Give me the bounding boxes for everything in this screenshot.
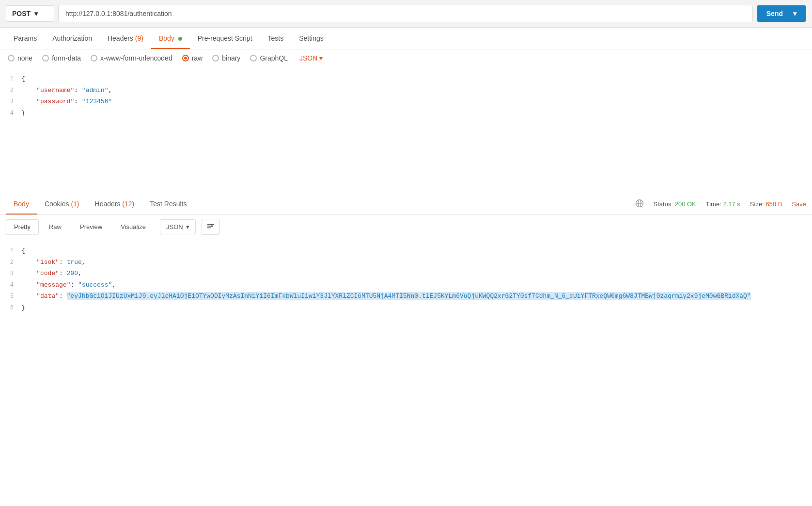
send-label: Send bbox=[766, 10, 783, 17]
tab-body[interactable]: Body bbox=[151, 28, 190, 49]
resp-code-line-5: 5 "data": "eyJhbGciOiJIUzUxMiJ9.eyJleHAi… bbox=[0, 291, 812, 302]
raw-button[interactable]: Raw bbox=[41, 219, 70, 234]
globe-icon bbox=[635, 199, 644, 209]
resp-code-line-6: 6 } bbox=[0, 302, 812, 314]
option-raw[interactable]: raw bbox=[182, 54, 203, 62]
method-select[interactable]: POST ▾ bbox=[6, 5, 54, 22]
response-meta: Status: 200 OK Time: 2.17 s Size: 658 B … bbox=[635, 199, 806, 209]
response-tab-cookies[interactable]: Cookies (1) bbox=[37, 193, 87, 215]
tab-params[interactable]: Params bbox=[6, 28, 45, 49]
radio-binary bbox=[212, 55, 219, 61]
headers-badge: (9) bbox=[135, 34, 143, 42]
wrap-button[interactable] bbox=[202, 219, 220, 235]
tab-pre-request[interactable]: Pre-request Script bbox=[190, 28, 260, 49]
response-tab-bar: Body Cookies (1) Headers (12) Test Resul… bbox=[0, 193, 812, 215]
code-line-1: 1 { bbox=[0, 73, 812, 85]
method-label: POST bbox=[12, 10, 31, 17]
option-none[interactable]: none bbox=[8, 54, 32, 62]
preview-button[interactable]: Preview bbox=[72, 219, 110, 234]
code-line-2: 2 "username": "admin", bbox=[0, 85, 812, 96]
cookies-badge: (1) bbox=[71, 200, 79, 208]
option-graphql[interactable]: GraphQL bbox=[250, 54, 288, 62]
option-binary[interactable]: binary bbox=[212, 54, 240, 62]
request-body-editor[interactable]: 1 { 2 "username": "admin", 3 "password":… bbox=[0, 67, 812, 193]
status-label: Status: 200 OK bbox=[654, 200, 696, 208]
format-dropdown-icon: ▾ bbox=[319, 54, 323, 62]
visualize-button[interactable]: Visualize bbox=[112, 219, 154, 234]
url-input[interactable] bbox=[58, 5, 753, 22]
tab-tests[interactable]: Tests bbox=[260, 28, 292, 49]
resp-code-line-3: 3 "code": 200, bbox=[0, 268, 812, 279]
json-select-dropdown-icon: ▾ bbox=[186, 223, 189, 230]
tab-headers[interactable]: Headers (9) bbox=[100, 28, 151, 49]
radio-graphql bbox=[250, 55, 257, 61]
size-label: Size: 658 B bbox=[750, 200, 782, 208]
radio-url-encoded bbox=[91, 55, 97, 61]
method-dropdown-icon: ▾ bbox=[34, 10, 38, 17]
pretty-button[interactable]: Pretty bbox=[6, 219, 39, 234]
response-tab-headers[interactable]: Headers (12) bbox=[87, 193, 142, 215]
tab-authorization[interactable]: Authorization bbox=[45, 28, 100, 49]
response-headers-badge: (12) bbox=[122, 200, 134, 208]
radio-none bbox=[8, 55, 15, 61]
code-line-3: 3 "password": "123456" bbox=[0, 96, 812, 107]
send-dropdown-icon: ▾ bbox=[788, 10, 796, 17]
time-value: 2.17 s bbox=[723, 200, 740, 208]
resp-code-line-2: 2 "isok": true, bbox=[0, 257, 812, 268]
size-value: 658 B bbox=[765, 200, 782, 208]
code-line-4: 4 } bbox=[0, 107, 812, 119]
response-body-content: 1 { 2 "isok": true, 3 "code": 200, 4 "me… bbox=[0, 239, 812, 320]
response-section: Body Cookies (1) Headers (12) Test Resul… bbox=[0, 193, 812, 320]
radio-raw bbox=[182, 55, 189, 61]
response-tab-body[interactable]: Body bbox=[6, 193, 37, 215]
option-form-data[interactable]: form-data bbox=[42, 54, 81, 62]
send-button[interactable]: Send ▾ bbox=[757, 5, 806, 22]
format-select[interactable]: JSON ▾ bbox=[299, 54, 323, 62]
request-tab-bar: Params Authorization Headers (9) Body Pr… bbox=[0, 28, 812, 49]
response-tab-test-results[interactable]: Test Results bbox=[142, 193, 194, 215]
option-url-encoded[interactable]: x-www-form-urlencoded bbox=[91, 54, 172, 62]
resp-code-line-4: 4 "message": "success", bbox=[0, 279, 812, 291]
time-label: Time: 2.17 s bbox=[706, 200, 740, 208]
save-button[interactable]: Save bbox=[792, 200, 806, 208]
body-dot bbox=[178, 37, 182, 41]
response-format-toolbar: Pretty Raw Preview Visualize JSON ▾ bbox=[0, 215, 812, 239]
status-value: 200 OK bbox=[675, 200, 696, 208]
response-format-select[interactable]: JSON ▾ bbox=[160, 219, 196, 234]
top-bar: POST ▾ Send ▾ bbox=[0, 0, 812, 28]
tab-settings[interactable]: Settings bbox=[291, 28, 331, 49]
radio-form-data bbox=[42, 55, 49, 61]
resp-code-line-1: 1 { bbox=[0, 245, 812, 257]
body-options-bar: none form-data x-www-form-urlencoded raw… bbox=[0, 49, 812, 67]
